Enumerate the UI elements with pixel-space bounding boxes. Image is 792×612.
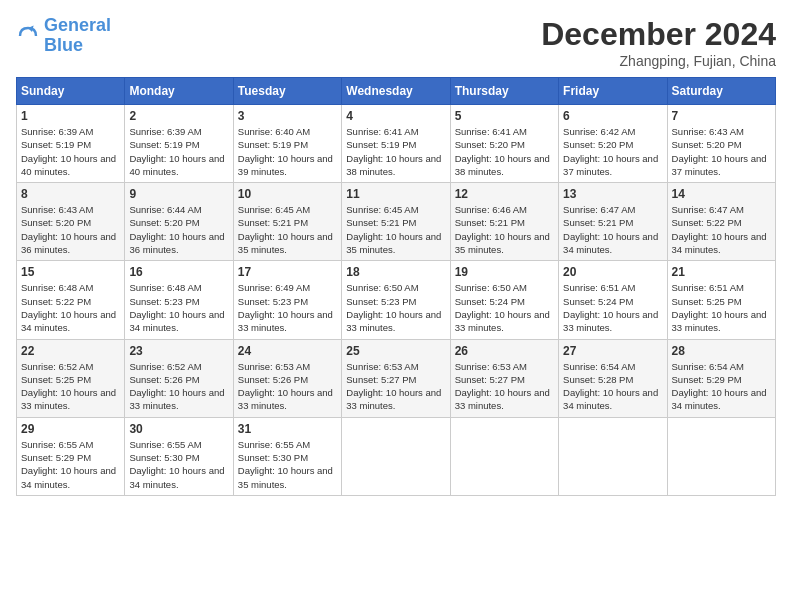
calendar-day-cell	[667, 417, 775, 495]
day-number: 11	[346, 187, 445, 201]
calendar-header-row: SundayMondayTuesdayWednesdayThursdayFrid…	[17, 78, 776, 105]
calendar-day-cell	[342, 417, 450, 495]
logo-line2: Blue	[44, 35, 83, 55]
day-number: 27	[563, 344, 662, 358]
calendar-day-cell: 16 Sunrise: 6:48 AM Sunset: 5:23 PM Dayl…	[125, 261, 233, 339]
calendar-day-cell: 27 Sunrise: 6:54 AM Sunset: 5:28 PM Dayl…	[559, 339, 667, 417]
logo-text: General Blue	[44, 16, 111, 56]
day-info: Sunrise: 6:48 AM Sunset: 5:22 PM Dayligh…	[21, 281, 120, 334]
page-header: General Blue December 2024 Zhangping, Fu…	[16, 16, 776, 69]
day-number: 1	[21, 109, 120, 123]
calendar-day-cell: 24 Sunrise: 6:53 AM Sunset: 5:26 PM Dayl…	[233, 339, 341, 417]
day-number: 5	[455, 109, 554, 123]
calendar-day-cell: 30 Sunrise: 6:55 AM Sunset: 5:30 PM Dayl…	[125, 417, 233, 495]
day-number: 20	[563, 265, 662, 279]
day-info: Sunrise: 6:48 AM Sunset: 5:23 PM Dayligh…	[129, 281, 228, 334]
day-number: 24	[238, 344, 337, 358]
day-info: Sunrise: 6:45 AM Sunset: 5:21 PM Dayligh…	[346, 203, 445, 256]
calendar-day-cell: 19 Sunrise: 6:50 AM Sunset: 5:24 PM Dayl…	[450, 261, 558, 339]
day-info: Sunrise: 6:51 AM Sunset: 5:25 PM Dayligh…	[672, 281, 771, 334]
weekday-header: Saturday	[667, 78, 775, 105]
day-info: Sunrise: 6:53 AM Sunset: 5:27 PM Dayligh…	[346, 360, 445, 413]
day-info: Sunrise: 6:41 AM Sunset: 5:20 PM Dayligh…	[455, 125, 554, 178]
calendar-day-cell: 12 Sunrise: 6:46 AM Sunset: 5:21 PM Dayl…	[450, 183, 558, 261]
location: Zhangping, Fujian, China	[541, 53, 776, 69]
day-info: Sunrise: 6:45 AM Sunset: 5:21 PM Dayligh…	[238, 203, 337, 256]
day-info: Sunrise: 6:50 AM Sunset: 5:24 PM Dayligh…	[455, 281, 554, 334]
day-number: 3	[238, 109, 337, 123]
calendar-day-cell: 9 Sunrise: 6:44 AM Sunset: 5:20 PM Dayli…	[125, 183, 233, 261]
calendar-day-cell: 3 Sunrise: 6:40 AM Sunset: 5:19 PM Dayli…	[233, 105, 341, 183]
calendar-day-cell: 28 Sunrise: 6:54 AM Sunset: 5:29 PM Dayl…	[667, 339, 775, 417]
calendar-day-cell: 25 Sunrise: 6:53 AM Sunset: 5:27 PM Dayl…	[342, 339, 450, 417]
calendar-day-cell: 15 Sunrise: 6:48 AM Sunset: 5:22 PM Dayl…	[17, 261, 125, 339]
calendar-day-cell: 11 Sunrise: 6:45 AM Sunset: 5:21 PM Dayl…	[342, 183, 450, 261]
calendar-day-cell	[450, 417, 558, 495]
weekday-header: Wednesday	[342, 78, 450, 105]
calendar-week-row: 15 Sunrise: 6:48 AM Sunset: 5:22 PM Dayl…	[17, 261, 776, 339]
day-number: 14	[672, 187, 771, 201]
weekday-header: Friday	[559, 78, 667, 105]
calendar-day-cell	[559, 417, 667, 495]
day-info: Sunrise: 6:43 AM Sunset: 5:20 PM Dayligh…	[672, 125, 771, 178]
day-info: Sunrise: 6:53 AM Sunset: 5:26 PM Dayligh…	[238, 360, 337, 413]
weekday-header: Monday	[125, 78, 233, 105]
logo-line1: General	[44, 15, 111, 35]
day-number: 22	[21, 344, 120, 358]
calendar-day-cell: 14 Sunrise: 6:47 AM Sunset: 5:22 PM Dayl…	[667, 183, 775, 261]
day-info: Sunrise: 6:54 AM Sunset: 5:29 PM Dayligh…	[672, 360, 771, 413]
day-info: Sunrise: 6:54 AM Sunset: 5:28 PM Dayligh…	[563, 360, 662, 413]
day-info: Sunrise: 6:52 AM Sunset: 5:26 PM Dayligh…	[129, 360, 228, 413]
day-number: 10	[238, 187, 337, 201]
calendar-day-cell: 17 Sunrise: 6:49 AM Sunset: 5:23 PM Dayl…	[233, 261, 341, 339]
calendar-day-cell: 21 Sunrise: 6:51 AM Sunset: 5:25 PM Dayl…	[667, 261, 775, 339]
day-number: 15	[21, 265, 120, 279]
calendar-day-cell: 18 Sunrise: 6:50 AM Sunset: 5:23 PM Dayl…	[342, 261, 450, 339]
day-number: 4	[346, 109, 445, 123]
day-number: 12	[455, 187, 554, 201]
day-info: Sunrise: 6:50 AM Sunset: 5:23 PM Dayligh…	[346, 281, 445, 334]
month-title: December 2024	[541, 16, 776, 53]
day-info: Sunrise: 6:52 AM Sunset: 5:25 PM Dayligh…	[21, 360, 120, 413]
logo: General Blue	[16, 16, 111, 56]
calendar-day-cell: 5 Sunrise: 6:41 AM Sunset: 5:20 PM Dayli…	[450, 105, 558, 183]
calendar-week-row: 22 Sunrise: 6:52 AM Sunset: 5:25 PM Dayl…	[17, 339, 776, 417]
calendar-week-row: 1 Sunrise: 6:39 AM Sunset: 5:19 PM Dayli…	[17, 105, 776, 183]
calendar-day-cell: 23 Sunrise: 6:52 AM Sunset: 5:26 PM Dayl…	[125, 339, 233, 417]
logo-icon	[16, 24, 40, 48]
day-number: 18	[346, 265, 445, 279]
title-block: December 2024 Zhangping, Fujian, China	[541, 16, 776, 69]
calendar-day-cell: 29 Sunrise: 6:55 AM Sunset: 5:29 PM Dayl…	[17, 417, 125, 495]
weekday-header: Tuesday	[233, 78, 341, 105]
day-number: 2	[129, 109, 228, 123]
calendar-day-cell: 4 Sunrise: 6:41 AM Sunset: 5:19 PM Dayli…	[342, 105, 450, 183]
calendar-day-cell: 1 Sunrise: 6:39 AM Sunset: 5:19 PM Dayli…	[17, 105, 125, 183]
day-info: Sunrise: 6:47 AM Sunset: 5:21 PM Dayligh…	[563, 203, 662, 256]
day-info: Sunrise: 6:46 AM Sunset: 5:21 PM Dayligh…	[455, 203, 554, 256]
day-info: Sunrise: 6:55 AM Sunset: 5:29 PM Dayligh…	[21, 438, 120, 491]
day-number: 17	[238, 265, 337, 279]
calendar-day-cell: 13 Sunrise: 6:47 AM Sunset: 5:21 PM Dayl…	[559, 183, 667, 261]
day-info: Sunrise: 6:49 AM Sunset: 5:23 PM Dayligh…	[238, 281, 337, 334]
calendar-day-cell: 7 Sunrise: 6:43 AM Sunset: 5:20 PM Dayli…	[667, 105, 775, 183]
day-number: 26	[455, 344, 554, 358]
day-number: 23	[129, 344, 228, 358]
day-info: Sunrise: 6:55 AM Sunset: 5:30 PM Dayligh…	[129, 438, 228, 491]
day-info: Sunrise: 6:40 AM Sunset: 5:19 PM Dayligh…	[238, 125, 337, 178]
day-number: 13	[563, 187, 662, 201]
day-number: 6	[563, 109, 662, 123]
day-info: Sunrise: 6:43 AM Sunset: 5:20 PM Dayligh…	[21, 203, 120, 256]
day-number: 31	[238, 422, 337, 436]
calendar-day-cell: 8 Sunrise: 6:43 AM Sunset: 5:20 PM Dayli…	[17, 183, 125, 261]
calendar-day-cell: 20 Sunrise: 6:51 AM Sunset: 5:24 PM Dayl…	[559, 261, 667, 339]
day-number: 28	[672, 344, 771, 358]
day-number: 9	[129, 187, 228, 201]
calendar-week-row: 8 Sunrise: 6:43 AM Sunset: 5:20 PM Dayli…	[17, 183, 776, 261]
weekday-header: Thursday	[450, 78, 558, 105]
day-number: 21	[672, 265, 771, 279]
day-number: 8	[21, 187, 120, 201]
day-info: Sunrise: 6:53 AM Sunset: 5:27 PM Dayligh…	[455, 360, 554, 413]
day-number: 16	[129, 265, 228, 279]
calendar-day-cell: 26 Sunrise: 6:53 AM Sunset: 5:27 PM Dayl…	[450, 339, 558, 417]
calendar-table: SundayMondayTuesdayWednesdayThursdayFrid…	[16, 77, 776, 496]
